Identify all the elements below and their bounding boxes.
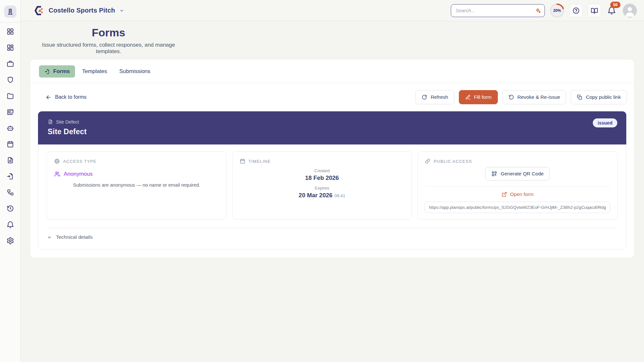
forms-panel: Forms Templates Submissions Back to form… [30, 59, 635, 258]
book-open-icon [591, 7, 598, 14]
sidebar-item-files[interactable] [6, 92, 14, 100]
fax-machine-icon [7, 8, 14, 15]
users-icon [54, 171, 61, 177]
workspace-name: Costello Sports Pitch [49, 7, 115, 14]
refresh-button[interactable]: Refresh [415, 90, 454, 104]
chevron-down-icon [119, 8, 124, 13]
top-header: Costello Sports Pitch 20% 50 [21, 0, 644, 21]
docs-button[interactable] [588, 4, 601, 17]
generate-qr-label: Generate QR Code [501, 171, 544, 177]
sidebar-item-history[interactable] [6, 205, 14, 212]
copy-icon [577, 94, 582, 100]
workspace-switcher[interactable]: Costello Sports Pitch [33, 5, 124, 16]
tab-submissions[interactable]: Submissions [114, 65, 155, 78]
back-label: Back to forms [55, 94, 87, 100]
copy-public-link-button[interactable]: Copy public link [571, 90, 627, 104]
timeline-label: TIMELINE [249, 159, 271, 164]
tab-label: Submissions [119, 68, 150, 75]
tab-bar: Forms Templates Submissions [30, 59, 634, 83]
sidebar-item-active-app[interactable] [4, 5, 16, 18]
revoke-label: Revoke & Re-issue [517, 94, 560, 100]
sidebar-item-modules[interactable] [6, 44, 14, 51]
notification-count-badge: 50 [610, 2, 620, 8]
header-actions: 20% 50 [451, 3, 637, 18]
form-detail-card: Site Defect Site Defect issued ACCESS TY… [38, 111, 626, 249]
layout-grid-icon [6, 28, 14, 35]
workflow-icon [6, 189, 14, 196]
form-template-name: Site Defect [56, 119, 79, 125]
form-title: Site Defect [48, 127, 617, 136]
global-search [451, 4, 545, 17]
bell-icon [6, 221, 14, 228]
arrow-left-icon [45, 94, 52, 100]
notifications-button[interactable]: 50 [607, 6, 616, 15]
file-text-icon [6, 156, 14, 164]
folder-icon [6, 92, 14, 100]
usage-percent: 20% [550, 3, 564, 18]
status-badge: issued [593, 118, 617, 127]
briefcase-icon [6, 60, 14, 68]
created-label: Created [240, 168, 405, 173]
sidebar-item-security[interactable] [6, 76, 14, 84]
technical-divider [47, 228, 618, 228]
toolbar-actions: Refresh Fill form Revoke & Re-issue Copy… [415, 90, 627, 104]
rotate-ccw-icon [508, 94, 514, 100]
open-form-link[interactable]: Open form [425, 191, 610, 197]
fill-form-label: Fill form [474, 94, 492, 100]
calendar-icon [240, 158, 245, 164]
usage-ring[interactable]: 20% [550, 3, 564, 18]
sidebar-nav [6, 28, 14, 245]
refresh-icon [421, 94, 427, 100]
fill-form-button[interactable]: Fill form [459, 90, 498, 104]
sidebar-item-forms[interactable] [6, 172, 14, 180]
file-input-icon [6, 172, 14, 180]
form-card-header: Site Defect Site Defect issued [38, 111, 626, 144]
external-link-icon [501, 191, 507, 197]
globe-icon [54, 158, 60, 164]
created-date: 18 Feb 2026 [240, 174, 405, 181]
sidebar-item-automation[interactable] [6, 124, 14, 132]
technical-details-label: Technical details [56, 234, 93, 240]
board-icon [6, 108, 14, 116]
revoke-reissue-button[interactable]: Revoke & Re-issue [502, 90, 566, 104]
back-to-forms-link[interactable]: Back to forms [45, 94, 87, 100]
technical-details-toggle[interactable]: Technical details [47, 234, 618, 240]
expires-date: 20 Mar 2026 [299, 192, 333, 199]
shield-icon [6, 76, 14, 84]
search-input[interactable] [451, 4, 545, 17]
tab-label: Forms [53, 68, 70, 75]
history-icon [6, 205, 14, 212]
layout-dashboard-icon [6, 44, 14, 51]
sidebar-item-documents[interactable] [6, 156, 14, 164]
sidebar-item-notifications[interactable] [6, 221, 14, 228]
sidebar-item-settings[interactable] [6, 237, 14, 245]
settings-icon [6, 237, 14, 245]
access-type-value: Anonymous [64, 171, 93, 177]
sidebar [0, 0, 21, 362]
pen-icon [465, 94, 471, 100]
sidebar-item-dashboard[interactable] [6, 28, 14, 35]
tab-forms[interactable]: Forms [39, 65, 75, 78]
file-input-icon [44, 69, 50, 75]
generate-qr-button[interactable]: Generate QR Code [485, 167, 550, 181]
form-toolbar: Back to forms Refresh Fill form Revoke &… [30, 83, 634, 104]
calendar-icon [6, 140, 14, 148]
help-button[interactable] [569, 4, 583, 17]
sidebar-item-projects[interactable] [6, 60, 14, 68]
public-url-field[interactable]: https://app.planops.ai/public/forms/ps_S… [425, 202, 610, 213]
public-access-label: PUBLIC ACCESS [434, 159, 472, 164]
avatar[interactable] [623, 4, 637, 18]
refresh-label: Refresh [431, 94, 448, 100]
sidebar-divider [0, 22, 21, 23]
tab-label: Templates [82, 68, 107, 75]
sidebar-item-calendar[interactable] [6, 140, 14, 148]
qr-code-icon [491, 171, 497, 177]
timeline-panel: TIMELINE Created 18 Feb 2026 Expires 20 … [232, 152, 412, 219]
help-icon [572, 7, 580, 14]
copy-link-label: Copy public link [586, 94, 621, 100]
link-icon [425, 158, 431, 164]
open-form-label: Open form [510, 191, 534, 197]
tab-templates[interactable]: Templates [77, 65, 112, 78]
sidebar-item-workflows[interactable] [6, 189, 14, 196]
sidebar-item-boards[interactable] [6, 108, 14, 116]
